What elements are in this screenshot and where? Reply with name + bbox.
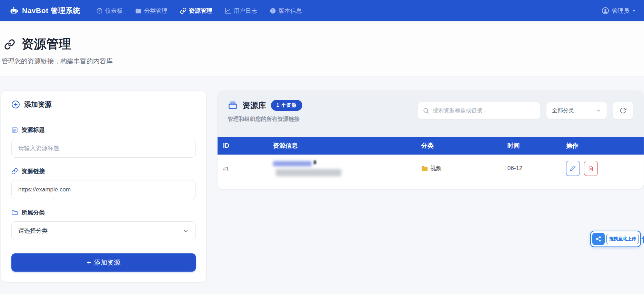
user-name: 管理员: [612, 7, 630, 15]
add-resource-card: 添加资源 资源标题 资源链接: [1, 91, 207, 282]
brand[interactable]: NavBot 管理系统: [9, 6, 80, 15]
category-filter-select[interactable]: 全部分类: [546, 102, 607, 119]
category-field-label: 所属分类: [11, 209, 196, 217]
category-select-value: 请选择分类: [18, 227, 48, 235]
folder-icon: [421, 165, 428, 172]
row-resource-info: [268, 160, 416, 176]
row-date: 06-12: [502, 165, 561, 172]
nav-label: 仪表板: [105, 7, 123, 15]
document-icon: [11, 127, 18, 133]
share-cloud-icon: [592, 233, 605, 245]
robot-logo-icon: [9, 6, 19, 15]
chart-icon: [225, 8, 231, 14]
col-header-info: 资源信息: [268, 141, 416, 150]
row-actions: [561, 161, 644, 176]
info-icon: [270, 8, 276, 14]
title-field-label: 资源标题: [11, 126, 196, 134]
top-navbar: NavBot 管理系统 仪表板 分类管理: [0, 0, 644, 21]
link-field-label: 资源链接: [11, 167, 196, 175]
search-icon: [423, 107, 429, 114]
delete-button[interactable]: [584, 161, 598, 176]
category-filter-value: 全部分类: [552, 107, 574, 114]
upload-dropzone[interactable]: 拖拽至此上传 传: [590, 231, 644, 247]
resource-count-badge: 1 个资源: [271, 100, 302, 111]
nav-label: 资源管理: [189, 7, 212, 15]
search-box: [418, 102, 540, 119]
user-icon: [602, 7, 609, 14]
refresh-button[interactable]: [613, 102, 633, 119]
library-title: 资源库: [242, 100, 266, 111]
redacted-url: [276, 169, 341, 176]
resource-title-input[interactable]: [11, 139, 196, 158]
redacted-title: [273, 161, 312, 166]
search-input[interactable]: [433, 107, 535, 114]
link-icon: [180, 8, 187, 14]
table-header-row: ID 资源信息 分类 时间 操作: [218, 137, 644, 155]
nav-item-user-logs[interactable]: 用户日志: [225, 7, 257, 15]
pencil-icon: [570, 166, 576, 171]
main-content: 添加资源 资源标题 资源链接: [0, 76, 644, 282]
col-header-category: 分类: [416, 141, 502, 150]
chevron-down-icon: [183, 228, 189, 234]
col-header-time: 时间: [502, 141, 561, 150]
plus-circle-icon: [11, 100, 20, 109]
col-header-id: ID: [218, 142, 268, 149]
row-category: 视频: [416, 165, 502, 172]
main-nav: 仪表板 分类管理 资源管理: [96, 7, 302, 15]
trash-icon: [588, 166, 594, 171]
category-select[interactable]: 请选择分类: [11, 221, 196, 240]
edit-button[interactable]: [566, 161, 580, 176]
folder-icon: [135, 8, 142, 14]
user-menu[interactable]: 管理员 ▾: [602, 7, 635, 15]
folder-icon: [11, 209, 18, 216]
chevron-down-icon: [596, 108, 601, 113]
nav-item-dashboard[interactable]: 仪表板: [96, 7, 123, 15]
page-header: 资源管理 管理您的资源链接，构建丰富的内容库: [0, 21, 644, 76]
nav-label: 用户日志: [234, 7, 257, 15]
row-id: #1: [218, 166, 268, 171]
page-subtitle: 管理您的资源链接，构建丰富的内容库: [1, 57, 634, 66]
resource-library-card: 资源库 1 个资源 管理和组织您的所有资源链接 全部分类: [217, 91, 644, 189]
gauge-icon: [96, 8, 103, 14]
table-row: #1 视频 06-12: [218, 155, 644, 182]
nav-item-version[interactable]: 版本信息: [270, 7, 302, 15]
refresh-icon: [620, 107, 626, 114]
nav-item-resources[interactable]: 资源管理: [180, 7, 212, 15]
brand-title: NavBot 管理系统: [22, 6, 80, 15]
library-header: 资源库 1 个资源 管理和组织您的所有资源链接 全部分类: [218, 91, 644, 137]
nav-label: 版本信息: [279, 7, 302, 15]
clipped-upload-text: 传: [642, 232, 644, 245]
page-title: 资源管理: [21, 36, 71, 53]
add-resource-button[interactable]: + 添加资源: [11, 253, 196, 272]
upload-label: 拖拽至此上传: [606, 234, 639, 244]
archive-icon: [228, 101, 238, 110]
chevron-down-icon: ▾: [633, 8, 635, 13]
link-icon: [4, 39, 15, 50]
nav-item-categories[interactable]: 分类管理: [135, 7, 168, 15]
form-card-title: 添加资源: [24, 100, 52, 109]
resource-link-input[interactable]: [11, 180, 196, 199]
nav-label: 分类管理: [144, 7, 168, 15]
link-icon: [11, 168, 18, 175]
col-header-actions: 操作: [561, 141, 644, 150]
plus-icon: +: [87, 259, 91, 267]
